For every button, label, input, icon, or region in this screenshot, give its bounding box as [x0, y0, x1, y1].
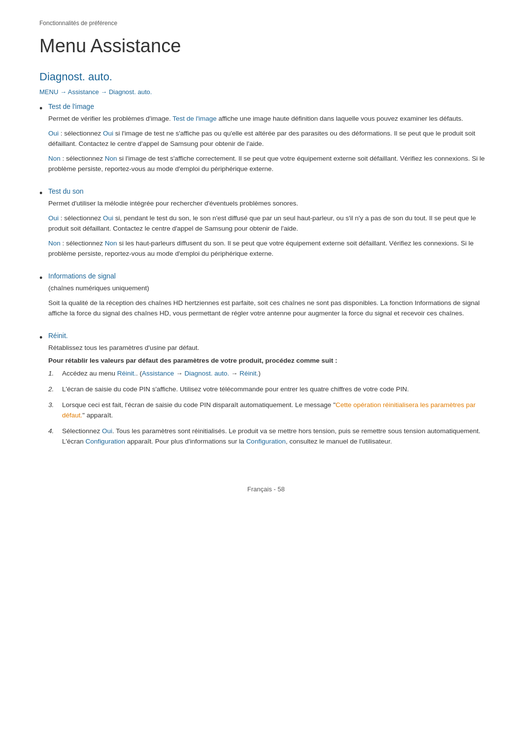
inline-link-blue: Test de l'image	[172, 115, 217, 122]
bullet-content: Informations de signal(chaînes numérique…	[48, 272, 493, 323]
menu-path-diagnost: Diagnost. auto.	[109, 88, 152, 96]
inline-text: →	[229, 370, 239, 377]
inline-text: Accédez au menu	[62, 370, 117, 377]
numbered-list-item: 3.Lorsque ceci est fait, l'écran de sais…	[48, 400, 493, 421]
inline-link-blue: Oui	[103, 130, 113, 137]
inline-text: L'écran de saisie du code PIN s'affiche.…	[62, 385, 409, 393]
list-item: •Test du sonPermet d'utiliser la mélodie…	[39, 187, 493, 263]
section-title: Diagnost. auto.	[39, 70, 493, 83]
breadcrumb: Fonctionnalités de préférence	[39, 20, 493, 27]
inline-text: : sélectionnez	[59, 214, 103, 222]
inline-link-blue: Oui	[102, 427, 112, 435]
paragraph: Rétablissez tous les paramètres d'usine …	[48, 343, 493, 353]
inline-text: . (	[136, 370, 142, 377]
bullet-content: Test de l'imagePermet de vérifier les pr…	[48, 103, 493, 178]
numbered-list-item: 1.Accédez au menu Réinit.. (Assistance →…	[48, 368, 493, 379]
inline-link-blue: Non	[48, 155, 61, 162]
bullet-dot: •	[39, 333, 48, 343]
breadcrumb-text: Fonctionnalités de préférence	[39, 20, 117, 27]
paragraph: Permet d'utiliser la mélodie intégrée po…	[48, 198, 493, 209]
bullet-title: Réinit.	[48, 332, 493, 340]
inline-text: : sélectionnez	[61, 155, 105, 162]
numbered-list-item: 2.L'écran de saisie du code PIN s'affich…	[48, 384, 493, 395]
paragraph: Non : sélectionnez Non si l'image de tes…	[48, 153, 493, 174]
inline-text: Sélectionnez	[62, 427, 102, 435]
inline-link-blue: Non	[105, 240, 117, 247]
list-item: •Test de l'imagePermet de vérifier les p…	[39, 103, 493, 178]
inline-text: affiche une image haute définition dans …	[217, 115, 463, 122]
paragraph: Oui : sélectionnez Oui si, pendant le te…	[48, 213, 493, 234]
inline-text: : sélectionnez	[59, 130, 103, 137]
bullet-content: Réinit.Rétablissez tous les paramètres d…	[48, 332, 493, 452]
bullet-title: Test du son	[48, 187, 493, 195]
bullet-dot: •	[39, 103, 48, 114]
menu-path-menu: MENU	[39, 88, 58, 96]
inline-text: )	[258, 370, 261, 377]
bullet-title: Test de l'image	[48, 103, 493, 110]
inline-link-blue: Non	[105, 155, 117, 162]
menu-path-assistance: Assistance	[68, 88, 99, 96]
num-content: L'écran de saisie du code PIN s'affiche.…	[62, 384, 493, 395]
num-content: Lorsque ceci est fait, l'écran de saisie…	[62, 400, 493, 421]
num-content: Sélectionnez Oui. Tous les paramètres so…	[62, 426, 493, 447]
inline-link-blue: Assistance	[142, 370, 174, 377]
paragraph: (chaînes numériques uniquement)	[48, 283, 493, 294]
inline-link-blue: Configuration	[246, 438, 286, 445]
paragraph: Pour rétablir les valeurs par défaut des…	[48, 357, 493, 364]
num-label: 3.	[48, 400, 62, 411]
paragraph: Non : sélectionnez Non si les haut-parle…	[48, 238, 493, 259]
inline-text: : sélectionnez	[61, 240, 105, 247]
paragraph: Soit la qualité de la réception des chaî…	[48, 298, 493, 319]
inline-link-blue: Oui	[48, 130, 59, 137]
bullet-dot: •	[39, 188, 48, 199]
inline-text: , consultez le manuel de l'utilisateur.	[286, 438, 392, 445]
num-content: Accédez au menu Réinit.. (Assistance → D…	[62, 368, 493, 379]
paragraph: Oui : sélectionnez Oui si l'image de tes…	[48, 128, 493, 149]
inline-link-blue: Non	[48, 240, 61, 247]
inline-link-blue: Configuration	[86, 438, 125, 445]
bullet-title: Informations de signal	[48, 272, 493, 280]
menu-path: MENU → Assistance → Diagnost. auto.	[39, 88, 493, 96]
inline-link-blue: Oui	[48, 214, 59, 222]
inline-link-blue: Réinit.	[117, 370, 136, 377]
inline-link-blue: Diagnost. auto.	[184, 370, 229, 377]
bullet-content: Test du sonPermet d'utiliser la mélodie …	[48, 187, 493, 263]
list-item: •Informations de signal(chaînes numériqu…	[39, 272, 493, 323]
list-item: •Réinit.Rétablissez tous les paramètres …	[39, 332, 493, 452]
inline-text: Lorsque ceci est fait, l'écran de saisie…	[62, 401, 335, 409]
inline-link-blue: Oui	[103, 214, 113, 222]
numbered-list-item: 4.Sélectionnez Oui. Tous les paramètres …	[48, 426, 493, 447]
num-label: 4.	[48, 426, 62, 437]
inline-text: apparaît. Pour plus d'informations sur l…	[125, 438, 246, 445]
paragraph: Permet de vérifier les problèmes d'image…	[48, 113, 493, 124]
inline-text: Permet de vérifier les problèmes d'image…	[48, 115, 172, 122]
inline-link-blue: Réinit.	[239, 370, 258, 377]
items-list: •Test de l'imagePermet de vérifier les p…	[39, 103, 493, 452]
footer: Français - 58	[39, 481, 493, 497]
numbered-list: 1.Accédez au menu Réinit.. (Assistance →…	[48, 368, 493, 447]
inline-text: " apparaît.	[82, 412, 113, 419]
bullet-dot: •	[39, 273, 48, 283]
num-label: 2.	[48, 384, 62, 395]
num-label: 1.	[48, 368, 62, 379]
page-title: Menu Assistance	[39, 35, 493, 57]
inline-text: →	[174, 370, 184, 377]
